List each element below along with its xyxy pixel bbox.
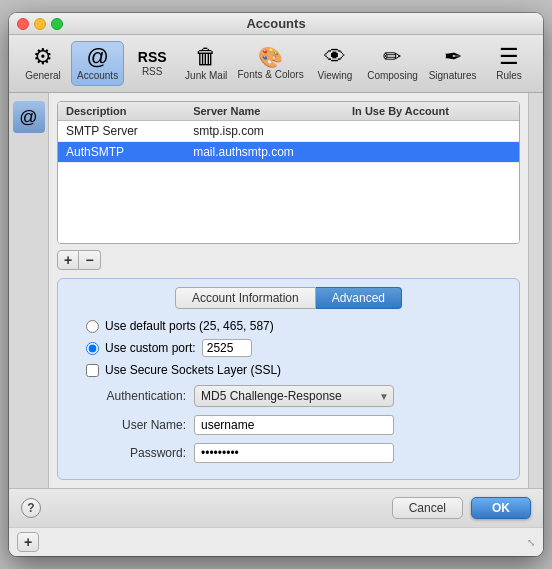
composing-label: Composing: [367, 70, 418, 81]
custom-port-label: Use custom port:: [105, 341, 196, 355]
row2-server: mail.authsmtp.com: [193, 145, 352, 159]
accounts-label: Accounts: [77, 70, 118, 81]
toolbar-item-rules[interactable]: ☰ Rules: [483, 42, 535, 85]
row2-description: AuthSMTP: [66, 145, 193, 159]
sidebar-item-account[interactable]: @: [13, 101, 45, 133]
toolbar-item-viewing[interactable]: 👁 Viewing: [309, 42, 361, 85]
toolbar-item-rss[interactable]: RSS RSS: [126, 46, 178, 81]
toolbar: ⚙ General @ Accounts RSS RSS 🗑 Junk Mail…: [9, 35, 543, 93]
sidebar-account-icon: @: [19, 107, 37, 128]
toolbar-item-general[interactable]: ⚙ General: [17, 42, 69, 85]
tabs: Account Information Advanced: [66, 287, 511, 309]
add-account-row: + ⤡: [9, 527, 543, 556]
ok-button[interactable]: OK: [471, 497, 531, 519]
table-row[interactable]: AuthSMTP mail.authsmtp.com: [58, 142, 519, 163]
username-label: User Name:: [86, 418, 186, 432]
viewing-icon: 👁: [324, 46, 346, 68]
smtp-table-header: Description Server Name In Use By Accoun…: [58, 102, 519, 121]
minimize-button[interactable]: [34, 18, 46, 30]
toolbar-item-junkmail[interactable]: 🗑 Junk Mail: [180, 42, 232, 85]
auth-select[interactable]: MD5 Challenge-Response None Password Ker…: [194, 385, 394, 407]
resize-handle-icon: ⤡: [527, 537, 535, 548]
composing-icon: ✏: [383, 46, 401, 68]
addremove-buttons: + −: [57, 250, 520, 270]
traffic-lights: [17, 18, 63, 30]
accounts-icon: @: [86, 46, 108, 68]
auth-row: Authentication: MD5 Challenge-Response N…: [66, 385, 511, 407]
password-label: Password:: [86, 446, 186, 460]
username-row: User Name:: [66, 415, 511, 435]
password-input[interactable]: [194, 443, 394, 463]
custom-port-radio[interactable]: [86, 342, 99, 355]
add-account-button[interactable]: +: [17, 532, 39, 552]
tab-account-information[interactable]: Account Information: [175, 287, 316, 309]
remove-smtp-button[interactable]: −: [79, 250, 101, 270]
rss-icon: RSS: [138, 50, 167, 64]
bottom-bar: ? Cancel OK: [9, 488, 543, 527]
auth-select-wrapper: MD5 Challenge-Response None Password Ker…: [194, 385, 394, 407]
col-header-description: Description: [66, 105, 193, 117]
tab-section: Account Information Advanced Use default…: [57, 278, 520, 480]
fontscolors-icon: 🎨: [258, 47, 283, 67]
accounts-window: Accounts ⚙ General @ Accounts RSS RSS 🗑 …: [9, 13, 543, 556]
viewing-label: Viewing: [317, 70, 352, 81]
scrollbar-area: [528, 93, 543, 488]
default-ports-radio[interactable]: [86, 320, 99, 333]
toolbar-item-fontscolors[interactable]: 🎨 Fonts & Colors: [234, 43, 307, 84]
default-ports-radio-item[interactable]: Use default ports (25, 465, 587): [86, 319, 511, 333]
custom-port-radio-item[interactable]: Use custom port:: [86, 339, 511, 357]
help-button[interactable]: ?: [21, 498, 41, 518]
rss-label: RSS: [142, 66, 163, 77]
general-icon: ⚙: [33, 46, 53, 68]
smtp-table: Description Server Name In Use By Accoun…: [57, 101, 520, 244]
toolbar-item-accounts[interactable]: @ Accounts: [71, 41, 124, 86]
custom-port-input[interactable]: [202, 339, 252, 357]
row2-inuse: [352, 145, 511, 159]
window-title: Accounts: [246, 16, 305, 31]
rules-label: Rules: [496, 70, 522, 81]
default-ports-label: Use default ports (25, 465, 587): [105, 319, 274, 333]
junkmail-icon: 🗑: [195, 46, 217, 68]
sidebar: @: [9, 93, 49, 488]
fontscolors-label: Fonts & Colors: [238, 69, 304, 80]
username-input[interactable]: [194, 415, 394, 435]
smtp-table-body: SMTP Server smtp.isp.com AuthSMTP mail.a…: [58, 121, 519, 163]
toolbar-item-signatures[interactable]: ✒ Signatures: [424, 42, 481, 85]
cancel-button[interactable]: Cancel: [392, 497, 463, 519]
auth-label: Authentication:: [86, 389, 186, 403]
close-button[interactable]: [17, 18, 29, 30]
general-label: General: [25, 70, 61, 81]
titlebar: Accounts: [9, 13, 543, 35]
table-row[interactable]: SMTP Server smtp.isp.com: [58, 121, 519, 142]
smtp-table-spacer: [58, 163, 519, 243]
col-header-server: Server Name: [193, 105, 352, 117]
signatures-icon: ✒: [444, 46, 462, 68]
port-radio-group: Use default ports (25, 465, 587) Use cus…: [66, 319, 511, 377]
signatures-label: Signatures: [429, 70, 477, 81]
col-header-inuse: In Use By Account: [352, 105, 511, 117]
main-area: @ Description Server Name In Use By Acco…: [9, 93, 543, 488]
panel: Description Server Name In Use By Accoun…: [49, 93, 528, 488]
ssl-label: Use Secure Sockets Layer (SSL): [105, 363, 281, 377]
row1-server: smtp.isp.com: [193, 124, 352, 138]
add-smtp-button[interactable]: +: [57, 250, 79, 270]
ssl-checkbox[interactable]: [86, 364, 99, 377]
toolbar-item-composing[interactable]: ✏ Composing: [363, 42, 422, 85]
tab-advanced[interactable]: Advanced: [316, 287, 402, 309]
rules-icon: ☰: [499, 46, 519, 68]
junkmail-label: Junk Mail: [185, 70, 227, 81]
maximize-button[interactable]: [51, 18, 63, 30]
row1-inuse: [352, 124, 511, 138]
password-row: Password:: [66, 443, 511, 463]
row1-description: SMTP Server: [66, 124, 193, 138]
ssl-checkbox-item[interactable]: Use Secure Sockets Layer (SSL): [86, 363, 511, 377]
